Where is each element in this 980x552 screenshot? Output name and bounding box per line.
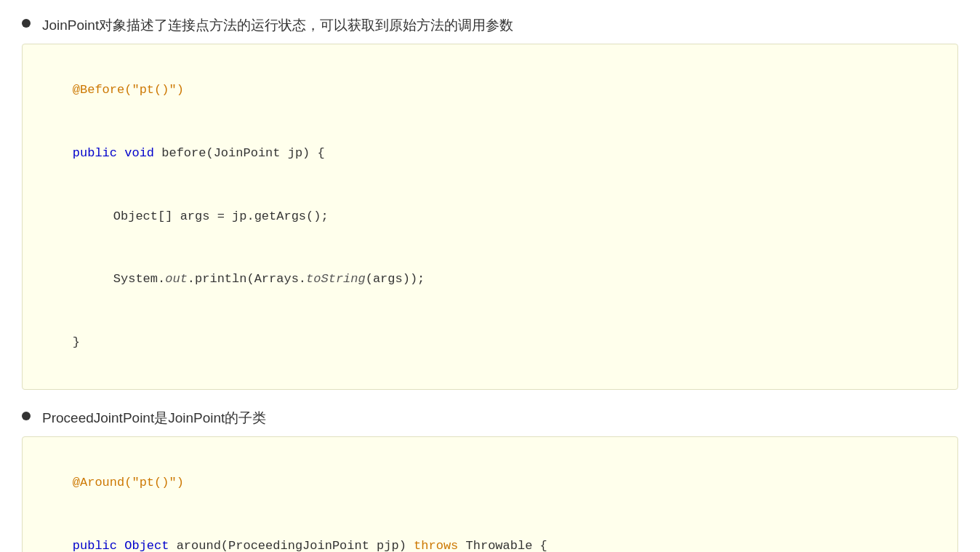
code-before-1: before( [161, 146, 213, 160]
bullet-text-1: JoinPoint对象描述了连接点方法的运行状态，可以获取到原始方法的调用参数 [42, 15, 513, 36]
code-tostring-1: toString [306, 272, 366, 286]
bullet-dot-1 [22, 19, 31, 28]
code-void-1: void [124, 146, 161, 160]
code-block-1: @Before("pt()") public void before(JoinP… [22, 44, 958, 389]
code-line-1-3: System.out.println(Arrays.toString(args)… [43, 248, 937, 311]
code-throwable-2: Throwable { [466, 539, 547, 552]
bullet-dot-2 [22, 412, 31, 420]
code-public-2: public [73, 539, 124, 552]
code-line-2-1: public Object around(ProceedingJoinPoint… [43, 515, 937, 552]
code-joinpoint-1: JoinPoint jp) { [214, 146, 325, 160]
bullet-point-1: JoinPoint对象描述了连接点方法的运行状态，可以获取到原始方法的调用参数 [22, 15, 958, 36]
code-close-1: } [73, 335, 80, 349]
code-line-annotation-2: @Around("pt()") [43, 452, 937, 515]
code-block-2: @Around("pt()") public Object around(Pro… [22, 436, 958, 552]
annotation-2: @Around("pt()") [73, 476, 184, 489]
code-sysout-1: System. [113, 272, 165, 286]
code-out-1: out [165, 272, 188, 286]
bullet-point-2: ProceedJointPoint是JoinPoint的子类 [22, 407, 958, 429]
code-line-1-4: } [43, 311, 937, 375]
code-public-1: public [73, 146, 124, 160]
code-around-2: around(ProceedingJoinPoint pjp) [177, 539, 414, 552]
code-args-1: Object[] args = jp.getArgs(); [113, 209, 329, 223]
annotation-1: @Before("pt()") [73, 83, 184, 97]
code-line-1-2: Object[] args = jp.getArgs(); [43, 185, 937, 249]
bullet-text-2: ProceedJointPoint是JoinPoint的子类 [42, 407, 266, 429]
code-line-1-1: public void before(JoinPoint jp) { [43, 122, 937, 185]
code-println-1: .println(Arrays. [188, 272, 306, 286]
code-line-annotation-1: @Before("pt()") [43, 59, 937, 122]
code-throws-2: throws [414, 539, 465, 552]
code-args-call-1: (args)); [366, 272, 425, 286]
code-object-2: Object [124, 539, 176, 552]
